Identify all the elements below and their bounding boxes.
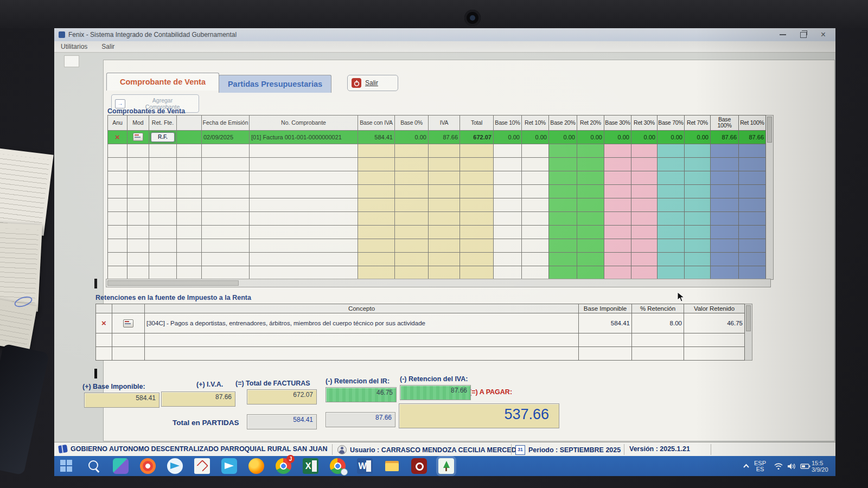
delete-row-icon[interactable]: × bbox=[110, 132, 125, 143]
cell-amount[interactable]: 0.00 bbox=[631, 130, 658, 144]
empty-cell bbox=[685, 171, 711, 184]
clock[interactable]: 15:5 3/9/20 bbox=[812, 456, 833, 476]
rf-button[interactable]: R.F. bbox=[151, 132, 175, 142]
empty-cell bbox=[549, 198, 577, 211]
text-caret bbox=[94, 369, 97, 378]
cell-comprobante[interactable]: [01] Factura 001-001-0000000021 bbox=[250, 130, 358, 144]
cell-amount[interactable]: 87.66 bbox=[429, 130, 460, 144]
tab-comprobante-venta[interactable]: Comprobante de Venta bbox=[106, 73, 219, 91]
empty-cell bbox=[631, 239, 658, 252]
cell-retencion-fuente[interactable]: R.F. bbox=[149, 130, 177, 144]
tab-partidas-presupuestarias[interactable]: Partidas Presupuestarias bbox=[219, 75, 331, 93]
empty-cell bbox=[250, 211, 358, 225]
empty-cell bbox=[460, 198, 494, 211]
empty-cell bbox=[631, 252, 658, 266]
empty-cell bbox=[522, 184, 549, 198]
search-icon[interactable] bbox=[86, 458, 101, 474]
vouchers-vertical-scrollbar[interactable] bbox=[766, 115, 774, 280]
cell-amount[interactable]: 0.00 bbox=[395, 130, 429, 144]
cell-amount[interactable]: 0.00 bbox=[549, 130, 577, 144]
cell-amount[interactable]: 584.41 bbox=[358, 130, 395, 144]
vouchers-grid: AnuModRet. Fte.Fecha de EmisiónNo. Compr… bbox=[107, 115, 774, 280]
cell-amount[interactable]: 0.00 bbox=[658, 130, 685, 144]
telegram-desktop-icon[interactable] bbox=[221, 458, 237, 474]
excel-icon[interactable]: X bbox=[303, 458, 318, 474]
cell-amount[interactable]: 0.00 bbox=[577, 130, 604, 144]
empty-cell bbox=[604, 184, 631, 198]
empty-cell bbox=[177, 252, 202, 266]
cell-modificar[interactable] bbox=[112, 313, 145, 333]
chrome-profile-icon[interactable]: J bbox=[276, 458, 291, 474]
column-header: Ret 10% bbox=[522, 115, 549, 131]
edit-row-icon[interactable] bbox=[133, 133, 143, 141]
chrome-icon[interactable] bbox=[330, 458, 346, 474]
empty-cell bbox=[429, 211, 460, 225]
language-indicator[interactable]: ESP ES bbox=[754, 456, 766, 476]
empty-cell bbox=[177, 266, 202, 279]
retencion-row[interactable]: ×[304C] - Pagos a deportistas, entrenado… bbox=[96, 313, 745, 333]
empty-cell bbox=[494, 184, 522, 198]
start-button-icon[interactable] bbox=[59, 458, 74, 474]
edit-row-icon[interactable] bbox=[123, 319, 133, 328]
cell-concepto[interactable]: [304C] - Pagos a deportistas, entrenador… bbox=[145, 313, 579, 333]
browser-opera-icon[interactable] bbox=[140, 458, 156, 474]
vouchers-horizontal-scrollbar[interactable] bbox=[106, 279, 771, 287]
column-header bbox=[96, 304, 112, 313]
cell-amount[interactable]: 0.00 bbox=[494, 130, 522, 144]
empty-cell bbox=[358, 266, 395, 279]
empty-cell bbox=[149, 211, 177, 225]
empty-cell bbox=[711, 266, 739, 279]
empty-cell bbox=[149, 266, 177, 279]
empty-cell bbox=[149, 239, 177, 252]
empty-cell bbox=[250, 157, 358, 171]
voucher-row[interactable]: ×R.F.02/09/2025[01] Factura 001-001-0000… bbox=[108, 130, 766, 144]
empty-cell bbox=[395, 198, 429, 211]
wifi-icon[interactable] bbox=[774, 456, 783, 476]
empty-cell bbox=[127, 211, 149, 225]
fenix-app-icon[interactable] bbox=[438, 458, 454, 474]
empty-cell bbox=[658, 184, 685, 198]
cell-base-imponible[interactable]: 584.41 bbox=[579, 313, 632, 333]
toolbar-button[interactable] bbox=[64, 55, 79, 67]
empty-cell bbox=[127, 144, 149, 157]
column-header: % Retención bbox=[632, 304, 684, 313]
close-icon[interactable]: × bbox=[821, 32, 826, 37]
app-icon bbox=[59, 31, 65, 38]
recycle-bin-icon[interactable] bbox=[194, 458, 210, 474]
cell-valor-retenido[interactable]: 46.75 bbox=[684, 313, 745, 333]
cell-modificar[interactable] bbox=[127, 130, 149, 144]
file-explorer-icon[interactable] bbox=[384, 458, 400, 474]
retenciones-vertical-scrollbar[interactable] bbox=[745, 304, 752, 361]
cell-amount[interactable]: 0.00 bbox=[604, 130, 631, 144]
cell-amount[interactable]: 87.66 bbox=[711, 130, 739, 144]
salir-button[interactable]: Salir bbox=[347, 75, 398, 91]
tray-chevron-icon[interactable] bbox=[743, 456, 750, 476]
cell-anular[interactable]: × bbox=[108, 130, 127, 144]
battery-icon[interactable] bbox=[800, 456, 810, 476]
column-header: Ret 30% bbox=[631, 115, 658, 131]
acrobat-icon[interactable] bbox=[411, 458, 427, 474]
empty-cell bbox=[604, 144, 631, 157]
delete-row-icon[interactable]: × bbox=[98, 318, 110, 329]
telegram-icon[interactable] bbox=[167, 458, 183, 474]
empty-cell bbox=[604, 157, 631, 171]
cell-pct-retencion[interactable]: 8.00 bbox=[632, 313, 684, 333]
cell-fecha[interactable]: 02/09/2025 bbox=[202, 130, 250, 144]
empty-cell bbox=[429, 198, 460, 211]
empty-cell bbox=[739, 266, 766, 279]
cell-amount[interactable]: 0.00 bbox=[522, 130, 549, 144]
firefox-icon[interactable] bbox=[248, 458, 264, 474]
cell-anular[interactable]: × bbox=[96, 313, 112, 333]
volume-icon[interactable] bbox=[787, 456, 796, 476]
word-icon[interactable]: W bbox=[357, 458, 373, 474]
cell-amount[interactable]: 87.66 bbox=[739, 130, 766, 144]
cell-amount[interactable]: 672.07 bbox=[460, 130, 494, 144]
mail-app-icon[interactable] bbox=[113, 458, 129, 474]
menu-utilitarios[interactable]: Utilitarios bbox=[60, 42, 88, 51]
restore-icon[interactable] bbox=[800, 32, 807, 38]
minimize-icon[interactable] bbox=[780, 34, 786, 35]
empty-cell bbox=[658, 266, 685, 279]
menu-salir[interactable]: Salir bbox=[100, 42, 116, 51]
empty-cell bbox=[358, 157, 395, 171]
cell-amount[interactable]: 0.00 bbox=[685, 130, 711, 144]
